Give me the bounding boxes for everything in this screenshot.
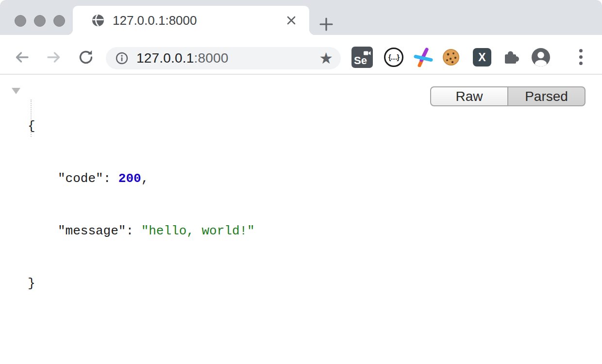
parsed-button[interactable]: Parsed xyxy=(508,86,585,106)
json-tree: { "code": 200, "message": "hello, world!… xyxy=(28,83,255,327)
camera-icon xyxy=(364,49,371,58)
window-controls xyxy=(15,15,65,27)
raw-button[interactable]: Raw xyxy=(430,86,508,106)
tab-title: 127.0.0.1:8000 xyxy=(113,13,197,28)
site-info-icon[interactable] xyxy=(116,52,128,65)
toolbar: 127.0.0.1:8000 ★ Se {…} xyxy=(0,35,602,74)
json-key: "message" xyxy=(58,224,126,238)
browser-menu-icon[interactable] xyxy=(578,49,584,65)
close-brace: } xyxy=(28,276,35,291)
json-key: "code" xyxy=(58,171,103,186)
view-toggle: Raw Parsed xyxy=(430,86,585,106)
json-viewer-extension-icon[interactable]: {…} xyxy=(384,48,403,67)
collapse-triangle-icon[interactable] xyxy=(12,88,20,94)
x-extension-icon[interactable]: X xyxy=(473,48,491,66)
address-bar[interactable]: 127.0.0.1:8000 ★ xyxy=(106,47,341,69)
extensions-puzzle-icon[interactable] xyxy=(502,48,520,66)
json-close-brace-line: } xyxy=(28,275,255,292)
forward-button[interactable] xyxy=(45,48,63,66)
json-colon: : xyxy=(126,224,141,238)
json-entry-message: "message": "hello, world!" xyxy=(28,222,255,240)
tab-bar: 127.0.0.1:8000 xyxy=(0,0,602,35)
tab-close-icon[interactable] xyxy=(284,13,299,28)
json-number-value: 200 xyxy=(118,171,141,186)
browser-window: 127.0.0.1:8000 xyxy=(0,0,602,364)
url-port: :8000 xyxy=(194,50,229,66)
reload-button[interactable] xyxy=(77,48,95,66)
json-string-value: "hello, world!" xyxy=(141,224,255,238)
window-close-button[interactable] xyxy=(15,15,26,27)
json-open-brace-line: { xyxy=(28,117,255,135)
selenium-extension-icon[interactable]: Se xyxy=(351,47,373,68)
back-button[interactable] xyxy=(13,48,31,66)
new-tab-button[interactable] xyxy=(316,14,337,35)
json-comma: , xyxy=(141,171,149,186)
cookie-extension-icon[interactable] xyxy=(442,49,460,66)
json-colon: : xyxy=(103,171,118,186)
url-host: 127.0.0.1 xyxy=(136,50,194,66)
globe-favicon-icon xyxy=(91,14,105,27)
open-brace: { xyxy=(28,119,35,133)
window-zoom-button[interactable] xyxy=(53,15,65,27)
asterisk-extension-icon[interactable] xyxy=(414,48,433,67)
url-text: 127.0.0.1:8000 xyxy=(136,50,229,66)
profile-avatar-icon[interactable] xyxy=(531,48,551,67)
json-entry-code: "code": 200, xyxy=(28,170,255,187)
browser-tab[interactable]: 127.0.0.1:8000 xyxy=(73,6,309,35)
window-minimize-button[interactable] xyxy=(34,15,46,27)
bookmark-star-icon[interactable]: ★ xyxy=(319,50,333,66)
page-content: Raw Parsed { "code": 200, "message": "he… xyxy=(0,75,602,364)
